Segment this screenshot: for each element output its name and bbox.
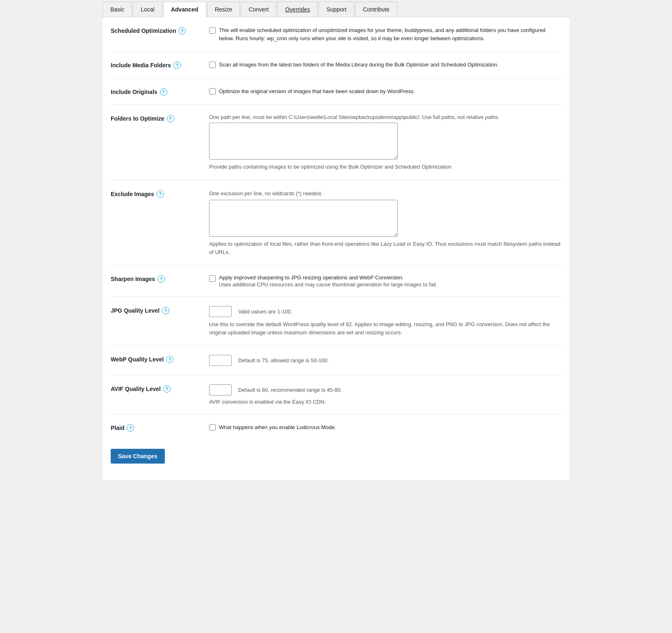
avif-quality-level-help-icon[interactable]: ?: [163, 385, 171, 393]
plaid-label: Plaid ?: [111, 423, 201, 432]
exclude-images-row: Exclude Images ? One exclusion per line,…: [111, 181, 561, 266]
exclude-images-description-above: One exclusion per line, no wildcards (*)…: [209, 190, 561, 198]
plaid-checkbox[interactable]: [209, 424, 216, 431]
sharpen-images-row: Sharpen Images ? Apply improved sharpeni…: [111, 265, 561, 297]
sharpen-images-description-line2: Uses additional CPU resources and may ca…: [219, 281, 437, 288]
avif-quality-level-control: Default is 60, recommended range is 45-8…: [209, 384, 561, 405]
jpg-quality-level-label: JPG Quality Level ?: [111, 306, 201, 314]
scheduled-optimization-checkbox-row: This will enable scheduled optimization …: [209, 26, 561, 42]
include-originals-row: Include Originals ? Optimize the origina…: [111, 78, 561, 105]
webp-quality-level-label: WebP Quality Level ?: [111, 355, 201, 363]
jpg-quality-level-control: Valid values are 1-100. Use this to over…: [209, 306, 561, 336]
sharpen-images-help-icon[interactable]: ?: [157, 275, 165, 283]
sharpen-images-control: Apply improved sharpening to JPG resizin…: [209, 274, 561, 288]
include-media-folders-checkbox-row: Scan all images from the latest two fold…: [209, 61, 561, 69]
exclude-images-label: Exclude Images ?: [111, 190, 201, 198]
scheduled-optimization-label: Scheduled Optimization ?: [111, 26, 201, 34]
sharpen-images-description-line1: Apply improved sharpening to JPG resizin…: [219, 274, 437, 281]
jpg-quality-input[interactable]: [209, 306, 232, 317]
sharpen-images-checkbox-row: Apply improved sharpening to JPG resizin…: [209, 274, 561, 288]
plaid-control: What happens when you enable Ludicrous M…: [209, 423, 561, 432]
tab-overrides[interactable]: Overrides: [277, 2, 318, 17]
folders-to-optimize-path-hint: One path per line, must be within C:\Use…: [209, 114, 561, 120]
scheduled-optimization-row: Scheduled Optimization ? This will enabl…: [111, 17, 561, 52]
folders-to-optimize-textarea[interactable]: [209, 123, 398, 160]
avif-quality-description-below: AVIF conversion is enabled via the Easy …: [209, 399, 561, 405]
tab-support[interactable]: Support: [319, 2, 354, 17]
exclude-images-help-icon[interactable]: ?: [157, 190, 164, 198]
jpg-quality-level-help-icon[interactable]: ?: [162, 307, 169, 314]
webp-quality-level-help-icon[interactable]: ?: [166, 356, 173, 363]
include-originals-description: Optimize the original version of images …: [219, 87, 415, 96]
avif-quality-level-row: AVIF Quality Level ? Default is 60, reco…: [111, 375, 561, 414]
tab-convert[interactable]: Convert: [241, 2, 276, 17]
include-media-folders-row: Include Media Folders ? Scan all images …: [111, 52, 561, 78]
folders-to-optimize-description-below: Provide paths containing images to be op…: [209, 163, 561, 171]
jpg-quality-level-row: JPG Quality Level ? Valid values are 1-1…: [111, 297, 561, 346]
plaid-checkbox-row: What happens when you enable Ludicrous M…: [209, 423, 561, 432]
folders-to-optimize-control: One path per line, must be within C:\Use…: [209, 114, 561, 171]
folders-to-optimize-label: Folders to Optimize ?: [111, 114, 201, 122]
exclude-images-description-below: Applies to optimization of local files, …: [209, 240, 561, 256]
folders-to-optimize-row: Folders to Optimize ? One path per line,…: [111, 105, 561, 181]
exclude-images-control: One exclusion per line, no wildcards (*)…: [209, 190, 561, 256]
folders-to-optimize-help-icon[interactable]: ?: [167, 115, 174, 122]
exclude-images-textarea[interactable]: [209, 200, 398, 237]
jpg-quality-inline-description: Valid values are 1-100.: [238, 309, 292, 315]
webp-quality-inline-description: Default is 75, allowed range is 50-100.: [238, 357, 329, 363]
include-originals-control: Optimize the original version of images …: [209, 87, 561, 96]
tab-basic[interactable]: Basic: [103, 2, 132, 17]
include-originals-help-icon[interactable]: ?: [160, 88, 167, 96]
webp-quality-level-row: WebP Quality Level ? Default is 75, allo…: [111, 346, 561, 375]
tabs-bar: Basic Local Advanced Resize Convert Over…: [103, 0, 569, 17]
save-changes-button[interactable]: Save Changes: [111, 449, 165, 464]
webp-quality-input[interactable]: [209, 355, 232, 366]
webp-quality-level-control: Default is 75, allowed range is 50-100.: [209, 355, 561, 366]
scheduled-optimization-checkbox[interactable]: [209, 27, 216, 34]
avif-quality-inline-description: Default is 60, recommended range is 45-8…: [238, 387, 342, 393]
include-media-folders-description: Scan all images from the latest two fold…: [219, 61, 499, 69]
tab-contribute[interactable]: Contribute: [355, 2, 397, 17]
tab-resize[interactable]: Resize: [207, 2, 240, 17]
tab-local[interactable]: Local: [133, 2, 162, 17]
include-media-folders-label: Include Media Folders ?: [111, 61, 201, 69]
settings-content: Scheduled Optimization ? This will enabl…: [103, 17, 569, 441]
plaid-row: Plaid ? What happens when you enable Lud…: [111, 414, 561, 441]
scheduled-optimization-description: This will enable scheduled optimization …: [219, 26, 561, 42]
plaid-description: What happens when you enable Ludicrous M…: [219, 423, 336, 432]
tab-advanced[interactable]: Advanced: [163, 2, 206, 17]
include-media-folders-checkbox[interactable]: [209, 62, 216, 68]
include-originals-checkbox[interactable]: [209, 88, 216, 95]
jpg-quality-description-below: Use this to override the default WordPre…: [209, 320, 561, 336]
include-originals-label: Include Originals ?: [111, 87, 201, 96]
include-media-folders-control: Scan all images from the latest two fold…: [209, 61, 561, 69]
scheduled-optimization-control: This will enable scheduled optimization …: [209, 26, 561, 42]
sharpen-images-label: Sharpen Images ?: [111, 274, 201, 283]
include-originals-checkbox-row: Optimize the original version of images …: [209, 87, 561, 96]
plaid-help-icon[interactable]: ?: [127, 424, 134, 432]
sharpen-images-checkbox[interactable]: [209, 275, 216, 282]
avif-quality-level-label: AVIF Quality Level ?: [111, 384, 201, 393]
avif-quality-input[interactable]: [209, 384, 232, 395]
scheduled-optimization-help-icon[interactable]: ?: [178, 27, 186, 34]
include-media-folders-help-icon[interactable]: ?: [173, 62, 181, 69]
